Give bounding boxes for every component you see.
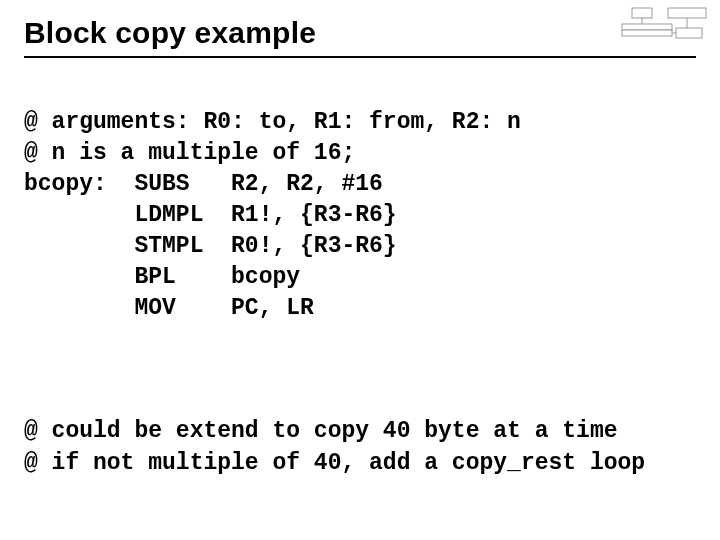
svg-rect-2 — [622, 24, 672, 30]
code-line: @ arguments: R0: to, R1: from, R2: n — [24, 109, 521, 135]
code-line: @ could be extend to copy 40 byte at a t… — [24, 418, 618, 444]
code-line: LDMPL R1!, {R3-R6} — [24, 202, 397, 228]
svg-rect-0 — [668, 8, 706, 18]
code-line: @ n is a multiple of 16; — [24, 140, 355, 166]
code-block: @ arguments: R0: to, R1: from, R2: n @ n… — [24, 76, 696, 355]
code-block-notes: @ could be extend to copy 40 byte at a t… — [24, 385, 696, 509]
code-line: @ if not multiple of 40, add a copy_rest… — [24, 450, 645, 476]
title-underline — [24, 56, 696, 58]
code-line: BPL bcopy — [24, 264, 300, 290]
slide-title: Block copy example — [24, 16, 316, 50]
svg-rect-4 — [676, 28, 702, 38]
svg-rect-1 — [632, 8, 652, 18]
corner-diagram-icon — [620, 6, 710, 46]
code-line: MOV PC, LR — [24, 295, 314, 321]
code-line: STMPL R0!, {R3-R6} — [24, 233, 397, 259]
svg-rect-3 — [622, 30, 672, 36]
code-line: bcopy: SUBS R2, R2, #16 — [24, 171, 383, 197]
slide: Block copy example @ arguments: R0: to, … — [0, 0, 720, 540]
